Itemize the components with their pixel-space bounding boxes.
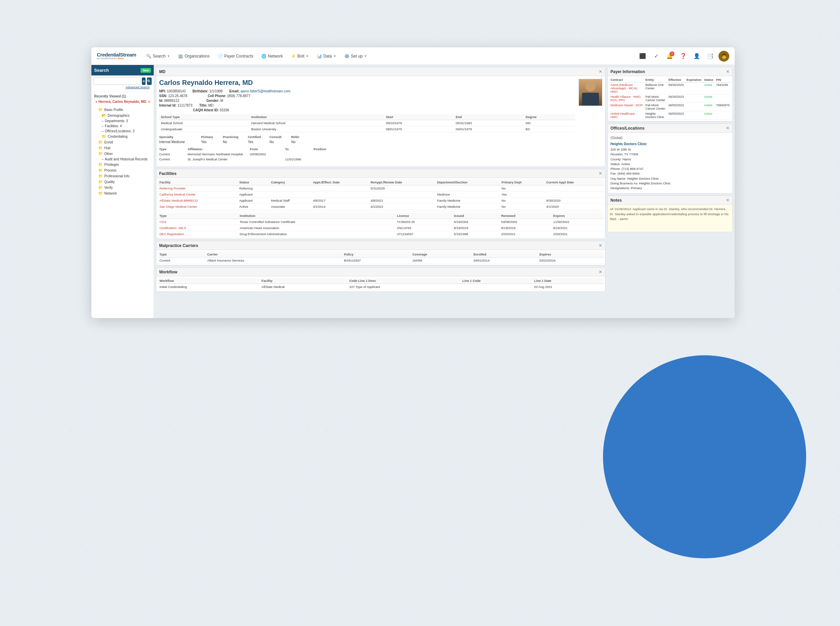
facility-name-4[interactable]: San Diego Medical Center [158, 204, 238, 210]
sidebar-search-button[interactable]: 🔍 [147, 77, 152, 85]
workflow-row-1: Initial Credentialing AllState Medical 1… [158, 284, 604, 290]
bookmark-button[interactable]: 📑 [705, 51, 716, 62]
search-arrow-icon: ▼ [167, 55, 170, 58]
sidebar-hub[interactable]: 📁 Hub [91, 145, 154, 151]
facility-current-2 [544, 191, 604, 197]
nav-data[interactable]: 📊 Data ▼ [313, 52, 340, 61]
payer-contract-3[interactable]: Medicare Hawaii - MCR [609, 103, 644, 111]
sidebar-recently-viewed: Recently Viewed (1) ● Herrera, Carlos Re… [91, 92, 154, 106]
sidebar-credentialing[interactable]: 📁 Credentialing [91, 134, 154, 139]
lic-expires-col: Expires [552, 213, 604, 219]
sidebar-demographics[interactable]: 📂 Demographics [91, 113, 154, 119]
payer-contract-4[interactable]: United Healthcare - HMO [609, 111, 644, 120]
practicing-col-header: Practicing [223, 135, 246, 139]
payer-header-row: Contract Entity Effective Expiration Sta… [609, 77, 731, 83]
nav-bolt[interactable]: ⚡ Bolt ▼ [287, 52, 312, 61]
affiliation-section: Type Affiliation From To Position Curren… [159, 147, 575, 162]
nav-right: ⬛ ✓ 🔔 8 ❓ 👤 📑 👨 [637, 51, 729, 62]
sidebar-provider-item[interactable]: ● Herrera, Carlos Reynaldo, MD ⚠ [91, 99, 154, 104]
notifications-button[interactable]: 🔔 8 [664, 51, 675, 62]
facilities-close-button[interactable]: ✕ [599, 171, 602, 176]
sidebar-departments[interactable]: – Departments: 3 [91, 119, 154, 124]
data-icon: 📊 [317, 54, 322, 58]
facility-name-1[interactable]: Referring Provider [158, 185, 238, 191]
folder-icon-quality: 📁 [98, 180, 103, 184]
sidebar-audit[interactable]: – Audit and Historical Records [91, 156, 154, 162]
nav-setup[interactable]: ⚙️ Set up ▼ [341, 52, 370, 61]
malpractice-close-button[interactable]: ✕ [599, 243, 602, 248]
payer-row-4: United Healthcare - HMO Heights Doctors … [609, 111, 731, 120]
notes-close-button[interactable]: ✕ [726, 197, 730, 203]
specialty-data-row: Internal Medicine Yes No Yes No No [159, 139, 575, 144]
specialty-primary: Yes [201, 140, 221, 144]
sidebar-other[interactable]: 📁 Other [91, 151, 154, 156]
sidebar-offices[interactable]: – Offices/Locations: 3 [91, 128, 154, 134]
affil-to-2: 11/01/1996 [285, 157, 312, 161]
nav-search[interactable]: 🔍 Search ▼ [143, 52, 173, 61]
lic-type-2[interactable]: Certification- vBLS [158, 225, 238, 231]
facility-name-2[interactable]: California Medical Center [158, 191, 238, 197]
sidebar-prof-info[interactable]: 📁 Professional Info [91, 173, 154, 179]
payer-contract-1[interactable]: Aetna (Medicare Advantage) - MCAV, HMO [609, 83, 644, 94]
sidebar-quality[interactable]: 📁 Quality [91, 179, 154, 185]
lic-type-1[interactable]: CDS [158, 219, 238, 225]
office-dba: Doing Business As: Heights Doctors Clini… [610, 181, 730, 186]
credentialing-label: Credentialing [108, 135, 128, 138]
payer-icon: 📄 [218, 54, 223, 58]
specialty-certified: Yes [248, 140, 268, 144]
certified-col-header: Certified [248, 135, 268, 139]
offices-card: Offices/Locations ✕ (Global) Heights Doc… [607, 124, 733, 194]
facility-category-1 [270, 185, 312, 191]
lic-renewed-1: 03/08/2002 [499, 219, 552, 225]
sidebar-basic-profile[interactable]: 📁 Basic Profile [91, 107, 154, 113]
title-label: Title: MD [199, 103, 213, 107]
checkmark-button[interactable]: ✓ [651, 51, 661, 62]
nav-payer-contracts[interactable]: 📄 Payer Contracts [214, 52, 257, 61]
sidebar-title: Search [94, 68, 109, 73]
affil-header-row: Type Affiliation From To Position [159, 147, 575, 152]
advanced-search-link[interactable]: Advanced Search [94, 85, 152, 90]
payer-row-2: Health Alliance - HMO, POS, PPO Pali Mom… [609, 94, 731, 103]
facility-name-3[interactable]: AllState Medical-88889122 [158, 197, 238, 204]
sidebar-enroll[interactable]: 📁 Enroll [91, 139, 154, 145]
dash-icon-2: – [102, 124, 103, 128]
payer-info-close-button[interactable]: ✕ [726, 69, 730, 74]
apps-button[interactable]: ⬛ [637, 51, 648, 62]
nav-organizations[interactable]: 🏢 Organizations [175, 52, 213, 61]
sidebar-network[interactable]: 📁 Network [91, 191, 154, 196]
sidebar-facilities[interactable]: – Facilities: 4 [91, 124, 154, 128]
facility-reappt-3: 4/8/2021 [369, 197, 435, 204]
help-button[interactable]: ❓ [678, 51, 689, 62]
mal-policy-1: BX9110347 [342, 258, 411, 264]
lic-type-3[interactable]: DEA Registration [158, 231, 238, 237]
internal-id-label: Internal Id: 11117873 [159, 103, 192, 107]
facility-reappt-2 [369, 191, 435, 197]
wf-line1-col: Line 1 Code [461, 278, 533, 284]
search-input-row: ✕ 🔍 [94, 77, 152, 85]
demographics-close-button[interactable]: ✕ [599, 69, 602, 74]
payer-info-card: Payer Information ✕ Contract Entity Effe… [607, 67, 733, 122]
sidebar-clear-button[interactable]: ✕ [142, 77, 146, 85]
id-label: Id: 88889122 [159, 99, 179, 103]
setup-icon: ⚙️ [344, 54, 349, 58]
offices-close-button[interactable]: ✕ [726, 125, 730, 131]
folder-icon-verify: 📁 [98, 185, 103, 190]
lic-institution-2: American Heart Association [238, 225, 395, 231]
sidebar-verify[interactable]: 📁 Verify [91, 185, 154, 191]
payer-contract-2[interactable]: Health Alliance - HMO, POS, PPO [609, 94, 644, 103]
sidebar-privileges[interactable]: 📁 Privileges [91, 162, 154, 167]
ssn-label: SSN: 123-25-4678 [159, 94, 187, 98]
quality-label: Quality [104, 180, 115, 184]
offices-label: Offices/Locations: 3 [105, 129, 135, 133]
sidebar-process[interactable]: 📁 Process [91, 167, 154, 173]
sidebar-search-input[interactable] [94, 77, 141, 85]
folder-icon-process: 📁 [98, 168, 103, 172]
nav-network[interactable]: 🌐 Network [258, 52, 286, 61]
top-nav: CredentialStream by HealthStream Beta 🔍 … [91, 47, 735, 65]
avatar[interactable]: 👨 [718, 51, 729, 62]
demographics-header: MD ✕ [157, 67, 605, 76]
user-button[interactable]: 👤 [691, 51, 702, 62]
affil-from-1: 03/08/2002 [250, 152, 284, 156]
workflow-close-button[interactable]: ✕ [599, 269, 602, 274]
audit-icon: – [102, 157, 103, 161]
